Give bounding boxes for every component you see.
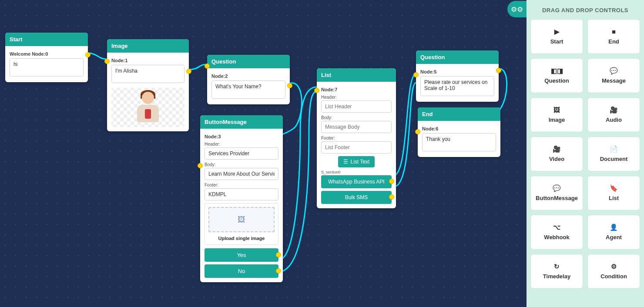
question-icon: ◧◨: [551, 67, 563, 74]
node-title: Question: [416, 50, 499, 64]
image-placeholder-icon: 🖼: [238, 215, 245, 224]
control-agent[interactable]: 👤Agent: [588, 215, 640, 249]
body-label: Body:: [321, 115, 392, 120]
node-title: End: [418, 107, 500, 121]
list-icon: ☰: [343, 159, 348, 165]
question-text-input[interactable]: [211, 80, 285, 99]
upload-caption: Upload single image: [208, 236, 275, 241]
control-webhook[interactable]: ⌥Webhook: [531, 215, 583, 249]
control-buttonmessage[interactable]: 💬ButtonMessage: [531, 176, 583, 210]
output-port[interactable]: [186, 69, 191, 74]
list-icon: 🔖: [610, 185, 618, 191]
condition-icon: ⚙: [611, 263, 617, 270]
control-label: Video: [549, 156, 564, 162]
list-footer-input[interactable]: [321, 141, 392, 154]
node-id-label: Welcome Node:0: [10, 51, 84, 57]
control-document[interactable]: 📄Document: [588, 137, 640, 171]
input-port[interactable]: [104, 59, 110, 64]
output-port[interactable]: [287, 83, 292, 88]
node-list[interactable]: List Node:7 Header: Body: Footer: ☰ List…: [317, 68, 396, 208]
option-yes-button[interactable]: Yes: [205, 248, 278, 262]
control-label: Audio: [606, 117, 622, 123]
control-label: End: [608, 38, 619, 45]
gears-icon: ⚙⚙: [511, 5, 523, 13]
list-header-input[interactable]: [321, 100, 392, 113]
control-audio[interactable]: 🎥Audio: [588, 98, 640, 132]
end-icon: ■: [612, 28, 616, 35]
node-question-2[interactable]: Question Node:5: [416, 50, 499, 102]
control-label: Message: [602, 77, 626, 84]
control-label: ButtonMessage: [536, 195, 578, 201]
node-buttonmessage[interactable]: ButtonMessage Node:3 Header: Body: Foote…: [200, 115, 283, 282]
option-no-button[interactable]: No: [205, 264, 278, 278]
sidebar-title: DRAG AND DROP CONTROLS: [531, 0, 640, 20]
control-label: Image: [549, 117, 565, 123]
webhook-icon: ⌥: [553, 224, 560, 230]
start-icon: ▶: [554, 28, 560, 35]
node-id-label: Node:2: [211, 73, 285, 79]
control-message[interactable]: 💬Message: [588, 59, 640, 93]
image-preview[interactable]: [111, 88, 184, 127]
output-port-opt1[interactable]: [389, 179, 394, 184]
input-port[interactable]: [413, 72, 419, 77]
control-start[interactable]: ▶Start: [531, 20, 583, 53]
control-label: Start: [550, 38, 564, 45]
output-port[interactable]: [496, 68, 501, 73]
control-condition[interactable]: ⚙Condition: [588, 254, 640, 288]
node-title: Question: [207, 55, 290, 68]
image-caption-input[interactable]: [111, 65, 184, 83]
control-timedelay[interactable]: ↻Timedelay: [531, 254, 583, 288]
node-start[interactable]: Start Welcome Node:0: [5, 33, 88, 82]
control-label: Timedelay: [543, 273, 570, 280]
section-label: S_section0: [321, 170, 392, 174]
footer-label: Footer:: [205, 183, 278, 187]
control-question[interactable]: ◧◨Question: [531, 59, 583, 93]
list-option-bulksms[interactable]: Bulk SMS: [321, 191, 392, 204]
output-port[interactable]: [85, 52, 91, 57]
message-icon: 💬: [610, 67, 618, 74]
input-port[interactable]: [198, 163, 203, 168]
input-port[interactable]: [314, 88, 319, 93]
body-input[interactable]: [205, 168, 278, 180]
node-title: ButtonMessage: [200, 115, 283, 129]
header-input[interactable]: [205, 147, 278, 160]
image-upload-area[interactable]: 🖼 Upload single image: [205, 203, 278, 245]
node-id-label: Node:1: [111, 58, 184, 63]
input-port[interactable]: [415, 129, 420, 134]
node-title: List: [317, 68, 396, 82]
control-list[interactable]: 🔖List: [588, 176, 640, 210]
question-text-input[interactable]: [420, 76, 494, 96]
node-image[interactable]: Image Node:1: [107, 39, 189, 131]
image-icon: 🖼: [553, 107, 560, 113]
control-label: Question: [544, 77, 569, 84]
control-label: Condition: [600, 273, 627, 280]
start-message-input[interactable]: [10, 58, 84, 77]
list-option-whatsapp[interactable]: WhatsApp Business API: [321, 175, 392, 188]
timedelay-icon: ↻: [554, 263, 560, 270]
output-port-yes[interactable]: [276, 252, 281, 257]
list-text-button[interactable]: ☰ List Text: [338, 156, 375, 167]
list-body-input[interactable]: [321, 121, 392, 133]
node-title: Start: [5, 33, 88, 46]
document-icon: 📄: [610, 146, 618, 152]
input-port[interactable]: [205, 63, 210, 69]
control-video[interactable]: 🎥Video: [531, 137, 583, 171]
output-port-opt2[interactable]: [389, 194, 394, 200]
audio-icon: 🎥: [610, 107, 618, 113]
header-label: Header:: [321, 95, 392, 100]
control-end[interactable]: ■End: [588, 20, 640, 53]
end-message-input[interactable]: [422, 133, 496, 151]
node-question-1[interactable]: Question Node:2: [207, 55, 290, 104]
output-port-no[interactable]: [276, 268, 281, 274]
footer-input[interactable]: [205, 188, 278, 200]
canvas-settings-button[interactable]: ⚙⚙: [507, 1, 527, 17]
node-id-label: Node:3: [205, 134, 278, 139]
control-label: Document: [600, 156, 628, 162]
node-end[interactable]: End Node:6: [418, 107, 500, 157]
flow-canvas[interactable]: ⚙⚙ Start Welcome Node:0 Image Node:1 Que…: [0, 0, 527, 307]
video-icon: 🎥: [553, 146, 561, 152]
control-image[interactable]: 🖼Image: [531, 98, 583, 132]
node-id-label: Node:7: [321, 87, 392, 92]
node-id-label: Node:5: [420, 69, 494, 74]
buttonmessage-icon: 💬: [553, 185, 561, 191]
